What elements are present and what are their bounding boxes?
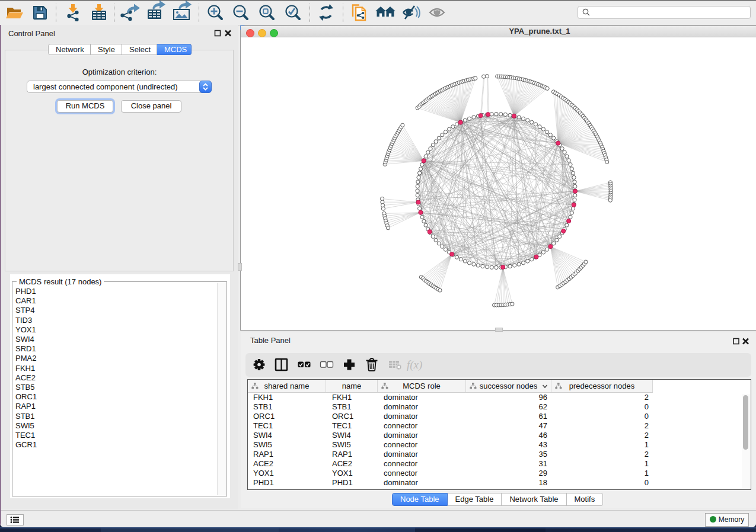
svg-text:f(x): f(x) [407, 358, 422, 371]
